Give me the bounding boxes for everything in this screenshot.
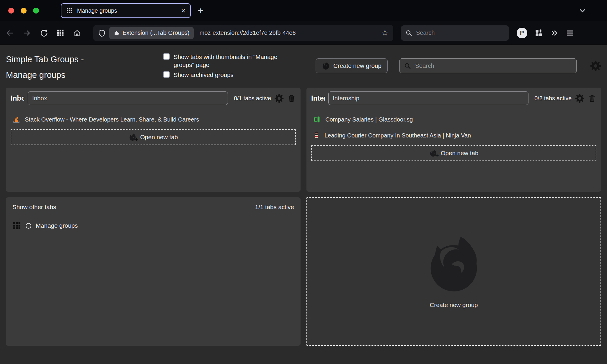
toolbar-search-input[interactable]: [415, 29, 505, 37]
open-new-tab-label: Open new tab: [140, 134, 178, 141]
new-tab-fox-icon: +: [429, 149, 437, 157]
reload-button[interactable]: [40, 29, 48, 37]
group-gear-icon[interactable]: [275, 94, 284, 103]
tab-state-circle-icon: [26, 223, 31, 229]
toolbar-search[interactable]: [401, 25, 509, 41]
page-search[interactable]: [399, 58, 577, 73]
tab-close-icon[interactable]: ×: [181, 7, 185, 14]
groups-grid: Inbox 0/1 tabs active Stack Overflow - W…: [6, 88, 601, 346]
open-new-tab-button[interactable]: + Open new tab: [311, 145, 596, 161]
other-tabs-status: 1/1 tabs active: [255, 204, 294, 211]
extensions-icon[interactable]: [535, 29, 543, 37]
group-trash-icon[interactable]: [287, 94, 296, 103]
group-status: 0/2 tabs active: [534, 95, 572, 102]
close-window-button[interactable]: [8, 8, 14, 14]
manage-groups-grid-icon: [12, 221, 21, 230]
group-gear-icon[interactable]: [575, 94, 584, 103]
menu-hamburger-icon[interactable]: [566, 29, 574, 37]
grid-launcher-icon[interactable]: [56, 29, 64, 37]
create-group-area[interactable]: Create new group: [306, 197, 601, 346]
puzzle-icon: [113, 30, 120, 36]
search-icon: [405, 29, 412, 36]
group-status: 0/1 tabs active: [234, 95, 271, 102]
tab-title-text: Leading Courier Company In Southeast Asi…: [324, 132, 471, 139]
search-icon: [404, 62, 411, 69]
glassdoor-icon: [313, 116, 321, 124]
group-name-input[interactable]: [328, 91, 528, 105]
back-button[interactable]: [5, 29, 14, 37]
url-text: moz-extension://2d31ef7c-2bfb-44e6: [200, 29, 296, 36]
group-trash-icon[interactable]: [588, 94, 596, 103]
plus-icon: +: [435, 152, 439, 159]
zoom-window-button[interactable]: [33, 8, 39, 14]
create-area-label: Create new group: [430, 301, 478, 309]
page-search-input[interactable]: [415, 62, 572, 70]
other-tabs-title: Show other tabs: [12, 204, 56, 211]
tab-overflow-chevron-icon[interactable]: [578, 6, 587, 15]
minimize-window-button[interactable]: [21, 8, 27, 14]
overflow-chevrons-icon[interactable]: [550, 29, 559, 37]
tab-row[interactable]: Manage groups: [11, 221, 296, 230]
other-tabs-card: Show other tabs 1/1 tabs active Manage g…: [6, 197, 301, 346]
create-group-button-label: Create new group: [333, 62, 381, 69]
browser-tab-bar: Manage groups × +: [0, 0, 607, 21]
page-options: Show tabs with thumbnails in "Manage gro…: [163, 52, 302, 79]
identity-chip-label: Extension (...Tab Groups): [123, 29, 190, 36]
tab-title-text: Manage groups: [36, 222, 78, 229]
home-button[interactable]: [73, 29, 81, 37]
create-group-button[interactable]: Create new group: [316, 58, 388, 73]
open-new-tab-button[interactable]: + Open new tab: [11, 129, 296, 145]
url-bar[interactable]: Extension (...Tab Groups) moz-extension:…: [93, 25, 393, 41]
browser-tab[interactable]: Manage groups ×: [61, 3, 191, 18]
new-tab-button[interactable]: +: [198, 6, 203, 15]
group-icon-text: Inbox: [11, 94, 24, 102]
settings-gear-icon[interactable]: [590, 60, 601, 71]
profile-badge[interactable]: P: [517, 28, 527, 38]
browser-toolbar: Extension (...Tab Groups) moz-extension:…: [0, 21, 607, 45]
archived-checkbox[interactable]: [163, 71, 170, 78]
page-title: Simple Tab Groups - Manage groups: [6, 52, 106, 83]
tab-title-text: Company Salaries | Glassdoor.sg: [325, 116, 413, 123]
plus-icon: +: [135, 136, 138, 143]
stackoverflow-icon: [12, 116, 20, 124]
tab-row[interactable]: Stack Overflow - Where Developers Learn,…: [11, 112, 296, 127]
open-new-tab-label: Open new tab: [441, 150, 479, 157]
tab-title-text: Stack Overflow - Where Developers Learn,…: [25, 116, 199, 123]
extension-identity-chip[interactable]: Extension (...Tab Groups): [109, 27, 194, 39]
group-name-input[interactable]: [28, 91, 228, 105]
shield-icon[interactable]: [98, 29, 106, 37]
tab-row[interactable]: Leading Courier Company In Southeast Asi…: [311, 128, 596, 143]
archived-checkbox-label: Show archived groups: [174, 71, 289, 79]
tab-title: Manage groups: [77, 7, 181, 14]
window-controls: [8, 8, 39, 14]
group-card-internship: Internship 0/2 tabs active Company Salar…: [306, 88, 601, 192]
group-card-inbox: Inbox 0/1 tabs active Stack Overflow - W…: [6, 88, 301, 192]
group-icon-text: Internship: [311, 94, 325, 102]
forward-button[interactable]: [22, 29, 31, 37]
new-tab-fox-icon: +: [129, 133, 136, 141]
thumbnails-checkbox-label: Show tabs with thumbnails in "Manage gro…: [174, 53, 289, 69]
bookmark-star-icon[interactable]: ☆: [381, 29, 389, 37]
manage-groups-page: Simple Tab Groups - Manage groups Show t…: [0, 45, 607, 363]
ninjavan-icon: [313, 131, 320, 140]
thumbnails-checkbox[interactable]: [163, 53, 170, 60]
firefox-icon: [322, 62, 330, 70]
tab-row[interactable]: Company Salaries | Glassdoor.sg: [311, 112, 596, 127]
firefox-logo-large: [424, 235, 483, 294]
page-header: Simple Tab Groups - Manage groups Show t…: [6, 52, 601, 88]
tab-favicon-grid-icon: [66, 7, 73, 14]
